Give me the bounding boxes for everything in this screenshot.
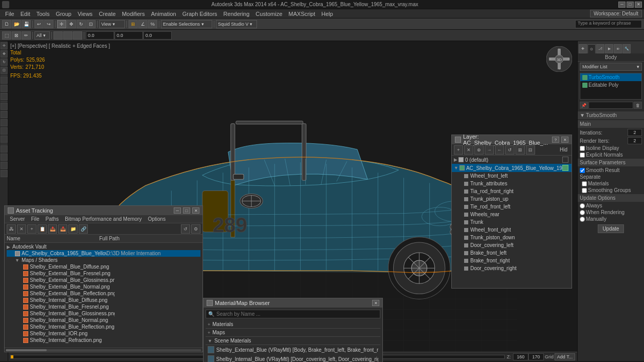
menu-tools[interactable]: Tools [33,11,53,17]
left-tool-render[interactable] [1,170,8,177]
layer-default[interactable]: ▶ 0 (default) [452,156,572,164]
layer-tb-move[interactable]: → [485,145,494,155]
asset-tb-btn1[interactable]: 🖧 [7,224,16,234]
layer-object-9[interactable]: Door_covering_left [452,241,572,249]
layer-object-13[interactable]: Glass_right [452,272,572,274]
tb2-btn1[interactable] [53,31,63,40]
modifier-turbosmooth[interactable]: TurboSmooth [580,73,641,81]
material-search-input[interactable] [216,311,378,317]
left-tool-shapes[interactable] [1,111,8,118]
update-options-header[interactable]: Update Options [578,194,644,202]
minimize-btn[interactable]: ─ [618,2,625,8]
explicit-normals-checkbox[interactable] [580,153,585,158]
toolbar-open[interactable]: 📂 [12,20,21,28]
asset-file-10[interactable]: Shelby_Internal_IOR.png [15,330,200,337]
layer-tb-refresh[interactable]: ↺ [505,145,514,155]
layer-tb-create[interactable]: ⊕ [474,145,484,155]
asset-settings-btn[interactable]: ⚙ [191,224,200,234]
left-tool-bind[interactable] [1,93,8,100]
left-tool-schematic[interactable] [1,154,8,161]
left-tool-select[interactable]: ✛ [1,42,8,49]
viewport-nav-gizmo[interactable]: 3D Y -Y X -X [546,46,572,72]
toolbar-rotate[interactable]: ↻ [77,20,86,28]
asset-file-11[interactable]: Shelby_Internal_Refraction.png [15,337,200,343]
layer-object-11[interactable]: Brake_front_right [452,257,572,264]
menu-create[interactable]: Create [96,11,119,17]
surface-params-header[interactable]: Surface Parameters [578,159,644,166]
angle-snap-btn[interactable]: ∠ [138,20,148,28]
tb2-window-cross[interactable]: ⊠ [12,31,21,40]
menu-maxscript[interactable]: MAXScript [285,11,318,17]
layer-object-4[interactable]: Tie_rod_front_left [452,203,572,211]
percent-snap-btn[interactable]: % [148,20,157,28]
asset-restore-btn[interactable]: □ [183,207,190,214]
asset-menu-options[interactable]: Options [145,216,169,222]
layer-object-7[interactable]: Wheel_front_right [452,226,572,234]
isoline-checkbox[interactable] [580,146,585,151]
asset-file-2[interactable]: Shelby_External_Blue_Glossiness.png [15,277,200,283]
asset-close-btn[interactable]: ✕ [192,207,199,214]
turbosmooth-main-header[interactable]: Main [578,120,644,128]
asset-tb-btn3[interactable]: + [27,224,36,234]
smooth-result-checkbox[interactable] [580,168,585,173]
smoothing-groups-checkbox[interactable] [582,188,587,193]
asset-file-main[interactable]: AC_Shelby_Cobra_1965_Blue_Yellow_1965_ma… [7,250,200,257]
asset-tb-btn8[interactable]: 🔗 [79,224,88,234]
left-tool-curve-editor[interactable] [1,145,8,153]
maps-section[interactable]: + Maps [206,329,380,337]
left-tool-create[interactable] [1,103,8,110]
toolbar-select[interactable]: ✛ [57,20,66,28]
toolbar-undo[interactable]: ↩ [34,20,44,28]
left-tool-camera[interactable] [1,127,8,135]
layer-main[interactable]: ▼ AC_Shelby_Cobra_1965_Blue_Yellow_1965 [452,164,572,172]
menu-edit[interactable]: Edit [17,11,33,17]
layer-question-btn[interactable]: ? [552,137,559,143]
tb2-paint-select[interactable]: ✏ [22,31,31,40]
asset-file-7[interactable]: Shelby_Internal_Blue_Glossiness.png [15,310,200,317]
workspace-selector[interactable]: Workspace: Default [590,10,642,17]
modifier-list-dropdown[interactable]: Modifier List ▾ [580,63,642,71]
asset-menu-bitmap[interactable]: Bitmap Performance and Memory [62,216,145,222]
toolbar-redo[interactable]: ↪ [44,20,53,28]
layer-tb-add[interactable]: + [454,145,463,155]
menu-group[interactable]: Group [52,11,75,17]
snap-btn[interactable]: ⊞ [128,20,138,28]
left-tool-scale[interactable]: ⊡ [1,67,8,74]
turbosmooth-header[interactable]: ▼ TurboSmooth [578,111,644,119]
menu-modifiers[interactable]: Modifiers [119,11,148,17]
menu-file[interactable]: File [2,11,17,17]
materials-section[interactable]: + Materials [206,320,380,329]
when-rendering-radio[interactable] [580,210,585,215]
left-tool-rotate[interactable]: ↻ [1,59,8,66]
named-selection[interactable]: Enable Selections ▾ [161,20,212,28]
materials-checkbox[interactable] [582,181,587,186]
asset-tb-btn6[interactable]: 📥 [58,224,67,234]
panel-tab-create[interactable]: ✚ [579,44,587,53]
menu-graph-editors[interactable]: Graph Editors [179,11,220,17]
view-selector[interactable]: View ▾ [99,20,125,28]
asset-tb-btn7[interactable]: 📁 [68,224,78,234]
asset-scrollbar[interactable] [5,348,203,352]
left-tool-link[interactable] [1,77,8,84]
asset-tb-btn5[interactable]: 📤 [48,224,57,234]
layer-object-8[interactable]: Trunk_piston_down [452,234,572,241]
asset-file-3[interactable]: Shelby_External_Blue_Normal.png [15,283,200,290]
asset-file-6[interactable]: Shelby_Internal_Blue_Fresnel.png [15,303,200,310]
material-row-2[interactable]: Shelby_Internal_Blue (VRayMtl) [Door_cov… [206,354,380,362]
asset-file-0[interactable]: Shelby_External_Blue_Diffuse.png [15,263,200,270]
grid-btn[interactable]: Add T... [555,353,575,360]
asset-tb-btn2[interactable]: ✕ [17,224,26,234]
modifier-editable-poly[interactable]: Editable Poly [580,81,641,89]
asset-file-4[interactable]: Shelby_External_Blue_Reflection.png [15,290,200,297]
asset-minimize-btn[interactable]: ─ [174,207,181,214]
tb2-select-region[interactable]: ⬚ [2,31,11,40]
material-row-1[interactable]: Shelby_External_Blue (VRayMtl) [Body, Br… [206,345,380,354]
toolbar-scale[interactable]: ⊡ [86,20,96,28]
pin-stack-btn[interactable]: 📌 [580,102,588,109]
asset-menu-paths[interactable]: Paths [43,216,62,222]
tb2-coord-z[interactable]: 0.0 [143,31,172,40]
panel-tab-modify[interactable]: ⊙ [587,44,596,53]
tb2-coord-y[interactable]: 0.0 [115,31,143,40]
remove-modifier-btn[interactable]: 🗑 [634,102,642,109]
iterations-input[interactable] [628,129,642,136]
